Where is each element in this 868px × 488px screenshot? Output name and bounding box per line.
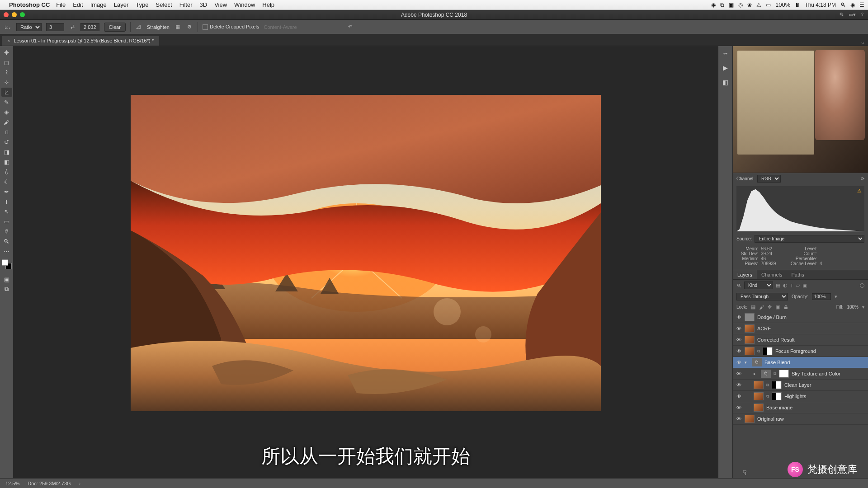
source-select[interactable]: Entire Image: [755, 235, 864, 243]
menu-view[interactable]: View: [214, 1, 227, 8]
filter-pixel-icon[interactable]: ▤: [776, 282, 780, 288]
status-doc[interactable]: Doc: 259.3M/2.73G: [28, 481, 71, 486]
tab-layers[interactable]: Layers: [733, 270, 757, 279]
folder-arrow-icon[interactable]: ▸: [754, 371, 758, 376]
search-docs-icon[interactable]: 🔍︎: [839, 12, 844, 18]
layer-name[interactable]: Base Blend: [764, 360, 790, 365]
layer-visibility-icon[interactable]: 👁: [736, 337, 742, 343]
layer-visibility-icon[interactable]: 👁: [736, 416, 742, 422]
ratio-w-input[interactable]: 3: [46, 23, 64, 31]
filter-adjust-icon[interactable]: ◐: [783, 282, 788, 288]
layer-name[interactable]: Clean Layer: [784, 382, 811, 388]
layer-mask[interactable]: [772, 381, 782, 389]
lock-pos-icon[interactable]: ✥: [768, 304, 772, 310]
menu-3d[interactable]: 3D: [200, 1, 208, 8]
histogram-warning-icon[interactable]: ⚠: [857, 188, 862, 194]
workspace-icon[interactable]: ▭▾: [849, 12, 856, 18]
layer-name[interactable]: Dodge / Burn: [757, 314, 787, 320]
menu-select[interactable]: Select: [156, 1, 172, 8]
opacity-value[interactable]: 100%: [812, 293, 831, 300]
filter-toggle[interactable]: [860, 283, 864, 288]
layer-row[interactable]: 👁ACRF: [733, 323, 868, 334]
status-zoom[interactable]: 12.5%: [5, 481, 19, 486]
tab-channels[interactable]: Channels: [757, 270, 787, 279]
layers-list[interactable]: 👁Dodge / Burn👁ACRF👁Corrected Result👁⧉Foc…: [733, 312, 868, 478]
layer-row[interactable]: 👁⧉Clean Layer: [733, 380, 868, 391]
wifi-icon[interactable]: ⚠︎: [756, 2, 761, 8]
fill-value[interactable]: 100%: [847, 305, 859, 310]
record-icon[interactable]: ◉: [711, 2, 716, 8]
histogram-graph[interactable]: ⚠: [736, 186, 864, 231]
marquee-tool[interactable]: ◻: [1, 58, 12, 67]
actions-panel-icon[interactable]: ▶: [723, 64, 728, 71]
tab-paths[interactable]: Paths: [787, 270, 809, 279]
layer-mask[interactable]: [779, 370, 789, 378]
siri-icon[interactable]: ◉: [850, 2, 855, 8]
layer-visibility-icon[interactable]: 👁: [736, 405, 742, 410]
menu-edit[interactable]: Edit: [73, 1, 83, 8]
layer-name[interactable]: ACRF: [757, 326, 771, 331]
collapse-panels-icon[interactable]: ››: [861, 40, 864, 46]
layer-name[interactable]: Corrected Result: [757, 337, 795, 343]
cc-icon[interactable]: ▣: [729, 2, 734, 8]
blend-mode-select[interactable]: Pass Through: [736, 293, 788, 300]
battery-icon[interactable]: 🔋︎: [795, 2, 800, 8]
delete-cropped-checkbox[interactable]: [203, 24, 208, 30]
layer-mask[interactable]: [772, 392, 782, 400]
blur-tool[interactable]: 💧︎: [1, 167, 12, 176]
layer-name[interactable]: Sky Texture and Color: [792, 371, 840, 376]
gear-icon[interactable]: ⚙: [186, 23, 193, 31]
quickmask-tool[interactable]: ▣: [1, 275, 12, 284]
close-tab-icon[interactable]: ×: [7, 38, 10, 43]
menu-window[interactable]: Window: [234, 1, 255, 8]
layer-visibility-icon[interactable]: 👁: [736, 348, 742, 354]
link-icon[interactable]: ⧉: [766, 383, 769, 388]
layer-name[interactable]: Focus Foreground: [775, 348, 816, 354]
reset-icon[interactable]: ↶: [347, 23, 354, 31]
layer-visibility-icon[interactable]: 👁: [736, 371, 742, 376]
layer-mask[interactable]: [763, 347, 773, 355]
healing-tool[interactable]: ⊕: [1, 108, 12, 117]
minimize-window-button[interactable]: [12, 12, 17, 17]
sync-icon[interactable]: ◎: [738, 2, 743, 8]
share-icon[interactable]: ⇪: [860, 12, 864, 18]
lock-nest-icon[interactable]: ▣: [775, 304, 780, 310]
gradient-tool[interactable]: ◧: [1, 157, 12, 166]
link-icon[interactable]: ⧉: [774, 371, 776, 376]
clear-button[interactable]: Clear: [104, 23, 126, 32]
menu-file[interactable]: File: [56, 1, 66, 8]
link-icon[interactable]: ⧉: [766, 394, 769, 399]
layer-row[interactable]: 👁⧉Focus Foreground: [733, 346, 868, 357]
crop-tool-icon[interactable]: ⟀▾: [5, 23, 12, 31]
properties-panel-icon[interactable]: ◧: [722, 79, 728, 86]
layer-visibility-icon[interactable]: 👁: [736, 394, 742, 399]
crop-tool[interactable]: ⟀: [1, 88, 12, 97]
screenmode-tool[interactable]: ⧉: [1, 285, 12, 294]
histogram-refresh-icon[interactable]: ⟳: [861, 176, 864, 181]
history-brush-tool[interactable]: ↺: [1, 137, 12, 146]
menu-layer[interactable]: Layer: [114, 1, 129, 8]
dropbox-icon[interactable]: ⧉: [720, 2, 724, 8]
lock-paint-icon[interactable]: 🖌︎: [759, 305, 764, 310]
eraser-tool[interactable]: ◨: [1, 147, 12, 156]
menu-image[interactable]: Image: [90, 1, 107, 8]
hand-tool[interactable]: ✋︎: [1, 227, 12, 236]
ratio-select[interactable]: Ratio: [16, 23, 42, 31]
layer-name[interactable]: Original raw: [757, 416, 784, 422]
menu-help[interactable]: Help: [262, 1, 274, 8]
filter-type-icon[interactable]: T: [790, 283, 793, 288]
straighten-label[interactable]: Straighten: [147, 24, 170, 30]
lock-all-icon[interactable]: 🔒︎: [783, 305, 788, 310]
layer-visibility-icon[interactable]: 👁: [736, 326, 742, 331]
document-tab[interactable]: × Lesson 01 - In Progress.psb @ 12.5% (B…: [2, 36, 159, 46]
magic-wand-tool[interactable]: ✧: [1, 78, 12, 87]
layer-name[interactable]: Highlights: [784, 394, 806, 399]
folder-arrow-icon[interactable]: ▾: [745, 360, 749, 365]
stamp-tool[interactable]: ⎍: [1, 127, 12, 136]
canvas-area[interactable]: 所以从一开始我们就开始: [14, 46, 718, 478]
link-icon[interactable]: ⧉: [757, 349, 760, 354]
layer-row[interactable]: 👁Dodge / Burn: [733, 312, 868, 323]
rectangle-tool[interactable]: ▭: [1, 217, 12, 226]
display-icon[interactable]: ▭: [766, 2, 771, 8]
channel-select[interactable]: RGB: [757, 175, 781, 183]
